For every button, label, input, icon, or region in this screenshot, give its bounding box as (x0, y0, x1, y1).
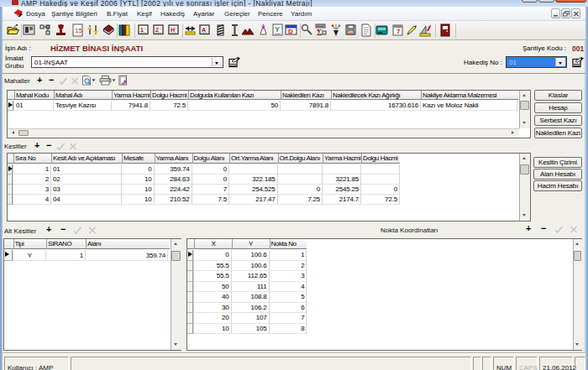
svg-text:7: 7 (396, 28, 401, 35)
svg-text:2: 2 (155, 27, 159, 33)
svg-text:15: 15 (75, 27, 82, 34)
svg-text:Y: Y (275, 25, 280, 34)
svg-text:Σ: Σ (317, 28, 323, 37)
svg-text:A: A (202, 27, 206, 33)
svg-text:1: 1 (140, 27, 144, 33)
svg-text:H: H (349, 30, 353, 35)
svg-text:H: H (171, 27, 175, 33)
svg-text:D: D (288, 28, 293, 35)
